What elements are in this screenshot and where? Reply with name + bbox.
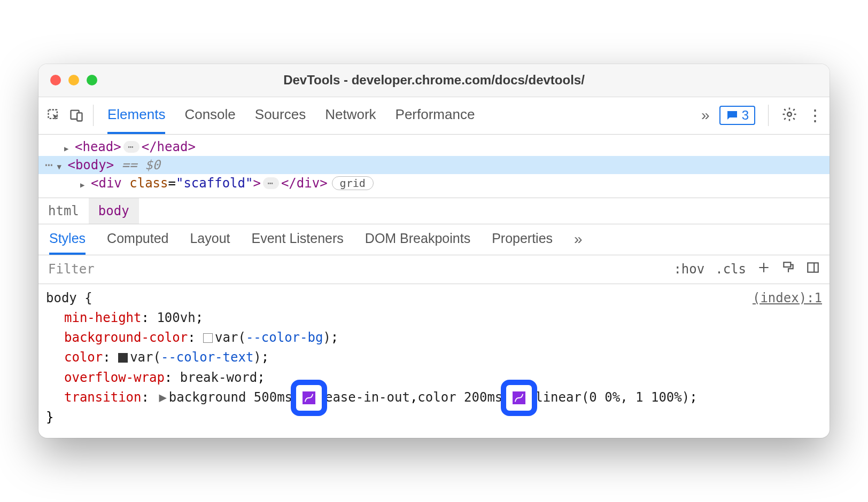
- expand-arrow-icon[interactable]: [80, 176, 91, 191]
- subtab-event-listeners[interactable]: Event Listeners: [252, 224, 344, 255]
- more-subtabs-chevron-icon[interactable]: »: [574, 231, 583, 248]
- color-swatch-icon[interactable]: [118, 353, 128, 363]
- more-menu-icon[interactable]: ⋮: [807, 107, 823, 123]
- tab-performance[interactable]: Performance: [396, 97, 475, 134]
- svg-rect-2: [77, 113, 82, 121]
- devtools-window: DevTools - developer.chrome.com/docs/dev…: [38, 64, 830, 438]
- styles-subtabs: Styles Computed Layout Event Listeners D…: [38, 224, 830, 255]
- toolbar-separator: [768, 105, 769, 126]
- hover-toggle[interactable]: :hov: [673, 262, 704, 277]
- dom-tag: <div: [91, 176, 122, 191]
- expand-arrow-icon[interactable]: ▶: [159, 390, 166, 405]
- panel-tabs: Elements Console Sources Network Perform…: [107, 97, 697, 134]
- subtab-properties[interactable]: Properties: [492, 224, 553, 255]
- expand-arrow-icon[interactable]: [64, 139, 75, 154]
- toolbar-separator: [93, 105, 94, 126]
- collapsed-indicator-icon[interactable]: ⋯: [263, 177, 279, 189]
- close-window-button[interactable]: [50, 75, 61, 85]
- console-ref: == $0: [114, 158, 160, 172]
- dom-tag: <body>: [67, 158, 114, 172]
- easing-editor-icon[interactable]: [303, 391, 315, 404]
- styles-filter-tools: :hov .cls: [664, 261, 830, 278]
- more-tabs-chevron-icon[interactable]: »: [701, 107, 710, 124]
- svg-rect-4: [784, 263, 790, 268]
- new-rule-icon[interactable]: [757, 261, 771, 278]
- fullscreen-window-button[interactable]: [87, 75, 97, 85]
- tab-sources[interactable]: Sources: [255, 97, 306, 134]
- device-toolbar-icon[interactable]: [67, 106, 86, 124]
- collapsed-indicator-icon[interactable]: ⋯: [123, 141, 140, 153]
- titlebar: DevTools - developer.chrome.com/docs/dev…: [38, 64, 830, 97]
- inspect-element-icon[interactable]: [45, 106, 63, 124]
- issues-count: 3: [742, 108, 749, 123]
- grid-badge[interactable]: grid: [332, 176, 374, 190]
- settings-gear-icon[interactable]: [781, 106, 797, 124]
- rule-header: body { (index):1: [46, 288, 822, 308]
- collapse-arrow-icon[interactable]: [57, 158, 67, 172]
- window-title: DevTools - developer.chrome.com/docs/dev…: [38, 73, 830, 88]
- svg-rect-5: [808, 263, 818, 272]
- easing-editor-icon[interactable]: [513, 391, 525, 404]
- css-declaration[interactable]: color: var(--color-text);: [46, 348, 822, 367]
- styles-filter-row: :hov .cls: [38, 255, 830, 284]
- css-selector[interactable]: body {: [46, 288, 92, 308]
- tab-network[interactable]: Network: [325, 97, 376, 134]
- css-declaration[interactable]: overflow-wrap: break-word;: [46, 368, 822, 388]
- class-toggle[interactable]: .cls: [715, 262, 746, 277]
- subtab-computed[interactable]: Computed: [107, 224, 168, 255]
- minimize-window-button[interactable]: [68, 75, 79, 85]
- styles-pane[interactable]: body { (index):1 min-height: 100vh; back…: [38, 284, 830, 438]
- subtab-layout[interactable]: Layout: [190, 224, 230, 255]
- dom-node-div[interactable]: <div class="scaffold">⋯</div>grid: [38, 174, 830, 192]
- breadcrumbs: html body: [38, 198, 830, 224]
- main-toolbar: Elements Console Sources Network Perform…: [38, 97, 830, 135]
- paint-icon[interactable]: [781, 261, 795, 278]
- dom-node-body-selected[interactable]: ⋯ <body> == $0: [38, 156, 830, 174]
- selection-dots-icon: ⋯: [45, 158, 53, 172]
- rule-close-brace: }: [46, 407, 822, 427]
- subtab-styles[interactable]: Styles: [49, 224, 86, 255]
- dom-node-head[interactable]: <head>⋯</head>: [38, 138, 830, 156]
- tab-elements[interactable]: Elements: [107, 97, 165, 134]
- issues-counter[interactable]: 3: [719, 106, 755, 125]
- css-declaration[interactable]: background-color: var(--color-bg);: [46, 328, 822, 348]
- crumb-html[interactable]: html: [38, 198, 89, 224]
- dom-tag: <head>: [75, 139, 121, 154]
- toolbar-right: » 3 ⋮: [701, 105, 823, 126]
- color-swatch-icon[interactable]: [203, 333, 213, 343]
- styles-filter-input[interactable]: [38, 262, 664, 277]
- stylesheet-source-link[interactable]: (index):1: [753, 288, 822, 308]
- tab-console[interactable]: Console: [184, 97, 235, 134]
- traffic-lights: [38, 75, 97, 85]
- dom-tag: </head>: [142, 139, 196, 154]
- css-declaration[interactable]: min-height: 100vh;: [46, 308, 822, 328]
- svg-point-3: [787, 113, 792, 117]
- toggle-sidebar-icon[interactable]: [806, 261, 820, 278]
- dom-tree[interactable]: <head>⋯</head> ⋯ <body> == $0 <div class…: [38, 135, 830, 198]
- css-declaration-transition[interactable]: transition: ▶background 500ms ease-in-ou…: [46, 388, 822, 407]
- dom-tag: </div>: [281, 176, 328, 191]
- subtab-dom-breakpoints[interactable]: DOM Breakpoints: [365, 224, 470, 255]
- crumb-body[interactable]: body: [89, 198, 139, 224]
